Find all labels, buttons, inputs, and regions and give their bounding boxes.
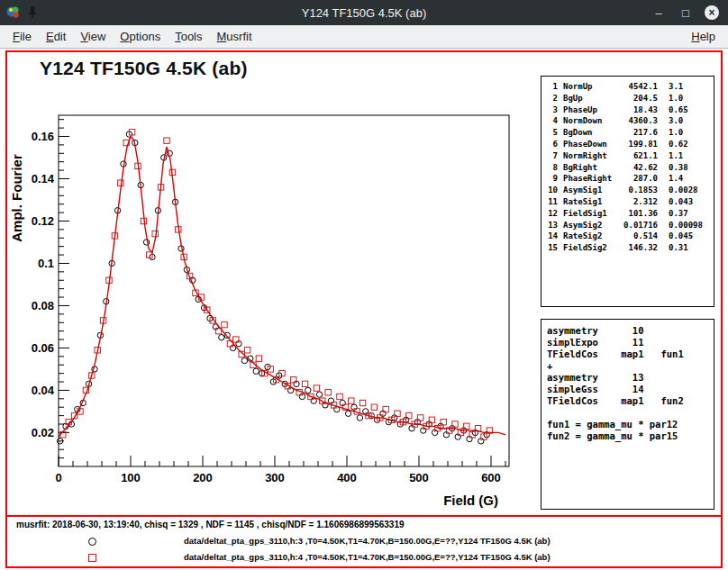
param-row: 6PhaseDown199.810.62 <box>545 139 710 150</box>
y-tick-label: 0.02 <box>32 426 54 439</box>
param-row: 5BgDown217.61.0 <box>545 127 710 139</box>
x-tick-label: 500 <box>409 471 429 484</box>
y-tick-label: 0.14 <box>32 172 55 185</box>
fit-status-line: musrfit: 2018-06-30, 13:19:40, chisq = 1… <box>16 520 405 529</box>
y-tick-label: 0.16 <box>32 130 54 143</box>
param-row: 1NormUp4542.13.1 <box>545 81 710 93</box>
theory-line: simplExpo 11 <box>547 337 708 348</box>
titlebar[interactable]: Y124 TF150G 4.5K (ab) – □ × <box>0 0 728 25</box>
window-title: Y124 TF150G 4.5K (ab) <box>0 6 728 20</box>
square-marker-icon <box>88 554 96 562</box>
param-row: 9PhaseRight287.01.4 <box>545 173 710 185</box>
theory-line: asymmetry 10 <box>547 325 708 337</box>
menu-edit[interactable]: Edit <box>39 27 73 46</box>
param-row: 15FieldSig2146.320.31 <box>545 242 710 254</box>
minimize-button[interactable]: – <box>651 5 667 21</box>
x-axis-label: Field (G) <box>443 493 498 508</box>
x-tick-label: 200 <box>193 471 213 484</box>
param-row: 3PhaseUp18.430.65 <box>545 104 710 116</box>
legend-label: data/deltat_pta_gps_3110,h:4 ,T0=4.50K,T… <box>184 552 551 562</box>
parameter-pane: 1NormUp4542.13.12BgUp204.51.03PhaseUp18.… <box>541 76 714 307</box>
x-tick-label: 0 <box>55 471 61 484</box>
param-row: 7NormRight621.11.1 <box>545 150 710 162</box>
y-tick-label: 0.1 <box>38 257 54 270</box>
menu-help[interactable]: Help <box>684 27 723 46</box>
plot-frame <box>59 115 509 466</box>
footer-separator <box>7 515 721 517</box>
theory-pane: asymmetry 10simplExpo 11TFieldCos map1 f… <box>541 319 714 510</box>
root-canvas[interactable]: Y124 TF150G 4.5K (ab) 010020030040050060… <box>0 50 728 570</box>
y-tick-label: 0.08 <box>32 299 54 312</box>
y-tick-label: 0.06 <box>32 341 54 355</box>
menu-musrfit[interactable]: Musrfit <box>210 27 259 46</box>
x-tick-label: 600 <box>481 471 501 484</box>
legend-item: data/deltat_pta_gps_3110,h:3 ,T0=4.50K,T… <box>7 536 721 548</box>
param-row: 13AsymSig20.017160.00098 <box>545 220 710 231</box>
menu-tools[interactable]: Tools <box>168 27 209 46</box>
menu-options[interactable]: Options <box>113 27 168 46</box>
param-row: 11RateSig12.3120.043 <box>545 196 710 208</box>
y-tick-label: 0.12 <box>32 214 54 228</box>
plot-area[interactable]: 01002003004005006000.020.040.060.080.10.… <box>7 92 539 519</box>
param-row: 8BgRight42.620.38 <box>545 162 710 174</box>
param-row: 10AsymSig10.18530.0028 <box>545 185 710 196</box>
x-tick-label: 400 <box>337 471 357 484</box>
fit-line <box>59 137 505 438</box>
theory-line: TFieldCos map1 fun2 <box>547 395 708 407</box>
y-axis-label: Ampl. Fourier <box>9 154 24 242</box>
close-button[interactable]: × <box>705 5 719 20</box>
theory-line: simpleGss 14 <box>547 384 708 395</box>
canvas-frame: Y124 TF150G 4.5K (ab) 010020030040050060… <box>5 50 723 568</box>
param-row: 14RateSig20.5140.045 <box>545 231 710 242</box>
theory-line: asymmetry 13 <box>547 372 708 384</box>
circle-marker-icon <box>88 538 96 546</box>
menu-file[interactable]: File <box>5 27 39 46</box>
theory-line: fun1 = gamma_mu * par12 <box>547 419 708 430</box>
theory-line: TFieldCos map1 fun1 <box>547 348 708 360</box>
param-row: 4NormDown4360.33.0 <box>545 115 710 127</box>
x-tick-label: 300 <box>265 471 285 484</box>
theory-line: + <box>547 360 708 372</box>
y-tick-label: 0.04 <box>32 384 55 397</box>
app-icon <box>6 5 21 20</box>
pin-icon[interactable] <box>27 6 38 19</box>
theory-line: fun2 = gamma_mu * par15 <box>547 430 708 442</box>
maximize-button[interactable]: □ <box>678 5 694 21</box>
legend-item: data/deltat_pta_gps_3110,h:4 ,T0=4.50K,T… <box>7 552 721 565</box>
x-tick-label: 100 <box>121 471 141 484</box>
series-squares <box>60 130 493 440</box>
menubar: FileEditViewOptionsToolsMusrfitHelp <box>0 25 728 49</box>
theory-line <box>547 407 708 419</box>
param-row: 2BgUp204.51.0 <box>545 93 710 104</box>
param-row: 12FieldSig1101.360.37 <box>545 208 710 220</box>
legend-label: data/deltat_pta_gps_3110,h:3 ,T0=4.50K,T… <box>184 536 551 546</box>
plot-title: Y124 TF150G 4.5K (ab) <box>40 58 248 79</box>
menu-view[interactable]: View <box>73 27 113 46</box>
